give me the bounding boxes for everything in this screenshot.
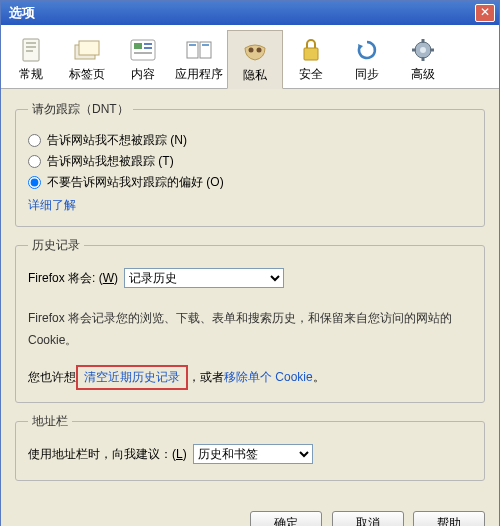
- sync-icon: [340, 36, 394, 64]
- locationbar-row: 使用地址栏时，向我建议：(L) 历史和书签: [28, 444, 472, 464]
- remove-cookie-link[interactable]: 移除单个 Cookie: [224, 370, 313, 384]
- radio-label: 告诉网站我不想被跟踪 (N): [47, 132, 187, 149]
- history-info-text: Firefox 将会记录您的浏览、下载、表单和搜索历史，和保留来自您访问的网站的…: [28, 308, 472, 351]
- general-icon: [4, 36, 58, 64]
- tab-label: 应用程序: [172, 66, 226, 83]
- dnt-option-track[interactable]: 告诉网站我想被跟踪 (T): [28, 153, 472, 170]
- history-mode-row: Firefox 将会: (W) 记录历史: [28, 268, 472, 288]
- svg-rect-2: [26, 46, 36, 48]
- radio-notrack[interactable]: [28, 134, 41, 147]
- help-button[interactable]: 帮助: [413, 511, 485, 526]
- tab-content[interactable]: 内容: [115, 29, 171, 88]
- options-window: 选项 ✕ 常规 标签页 内容 应用程序 隐私 安全 同步: [0, 0, 500, 526]
- tab-toolbar: 常规 标签页 内容 应用程序 隐私 安全 同步 高级: [1, 25, 499, 89]
- button-bar: 确定 取消 帮助: [1, 503, 499, 526]
- history-group: 历史记录 Firefox 将会: (W) 记录历史 Firefox 将会记录您的…: [15, 237, 485, 403]
- radio-nopref[interactable]: [28, 176, 41, 189]
- tabs-icon: [60, 36, 114, 64]
- dnt-option-nopref[interactable]: 不要告诉网站我对跟踪的偏好 (O): [28, 174, 472, 191]
- privacy-mask-icon: [228, 37, 282, 65]
- tab-label: 隐私: [228, 67, 282, 84]
- history-mode-label: Firefox 将会: (W): [28, 270, 118, 287]
- svg-rect-1: [26, 42, 36, 44]
- svg-rect-13: [189, 44, 196, 46]
- svg-point-16: [257, 48, 262, 53]
- tab-privacy[interactable]: 隐私: [227, 30, 283, 89]
- ok-button[interactable]: 确定: [250, 511, 322, 526]
- dnt-option-notrack[interactable]: 告诉网站我不想被跟踪 (N): [28, 132, 472, 149]
- content-panel: 请勿跟踪（DNT） 告诉网站我不想被跟踪 (N) 告诉网站我想被跟踪 (T) 不…: [1, 89, 499, 503]
- tab-sync[interactable]: 同步: [339, 29, 395, 88]
- svg-rect-3: [26, 50, 33, 52]
- svg-rect-7: [134, 43, 142, 49]
- tab-label: 内容: [116, 66, 170, 83]
- radio-label: 不要告诉网站我对跟踪的偏好 (O): [47, 174, 224, 191]
- cancel-button[interactable]: 取消: [332, 511, 404, 526]
- tab-label: 安全: [284, 66, 338, 83]
- svg-rect-10: [134, 52, 152, 54]
- titlebar: 选项 ✕: [1, 1, 499, 25]
- dnt-group: 请勿跟踪（DNT） 告诉网站我不想被跟踪 (N) 告诉网站我想被跟踪 (T) 不…: [15, 101, 485, 227]
- locationbar-legend: 地址栏: [28, 413, 72, 430]
- radio-track[interactable]: [28, 155, 41, 168]
- locationbar-label: 使用地址栏时，向我建议：(L): [28, 446, 187, 463]
- locationbar-group: 地址栏 使用地址栏时，向我建议：(L) 历史和书签: [15, 413, 485, 481]
- gear-icon: [396, 36, 450, 64]
- history-actions-text: 您也许想清空近期历史记录，或者移除单个 Cookie。: [28, 365, 472, 390]
- tab-tabpages[interactable]: 标签页: [59, 29, 115, 88]
- applications-icon: [172, 36, 226, 64]
- svg-point-15: [249, 48, 254, 53]
- lock-icon: [284, 36, 338, 64]
- tab-label: 同步: [340, 66, 394, 83]
- window-title: 选项: [5, 4, 475, 22]
- tab-security[interactable]: 安全: [283, 29, 339, 88]
- tab-label: 标签页: [60, 66, 114, 83]
- history-legend: 历史记录: [28, 237, 84, 254]
- svg-rect-8: [144, 43, 152, 45]
- content-icon: [116, 36, 170, 64]
- dnt-legend: 请勿跟踪（DNT）: [28, 101, 133, 118]
- svg-point-20: [420, 47, 426, 53]
- locationbar-select[interactable]: 历史和书签: [193, 444, 313, 464]
- clear-history-highlight: 清空近期历史记录: [76, 365, 188, 390]
- close-button[interactable]: ✕: [475, 4, 495, 22]
- svg-rect-5: [79, 41, 99, 55]
- history-mode-select[interactable]: 记录历史: [124, 268, 284, 288]
- radio-label: 告诉网站我想被跟踪 (T): [47, 153, 174, 170]
- svg-rect-14: [202, 44, 209, 46]
- tab-advanced[interactable]: 高级: [395, 29, 451, 88]
- svg-rect-9: [144, 47, 152, 49]
- tab-general[interactable]: 常规: [3, 29, 59, 88]
- svg-rect-17: [304, 48, 318, 60]
- tab-label: 高级: [396, 66, 450, 83]
- clear-history-link[interactable]: 清空近期历史记录: [84, 370, 180, 384]
- tab-label: 常规: [4, 66, 58, 83]
- dnt-learnmore-link[interactable]: 详细了解: [28, 197, 472, 214]
- tab-applications[interactable]: 应用程序: [171, 29, 227, 88]
